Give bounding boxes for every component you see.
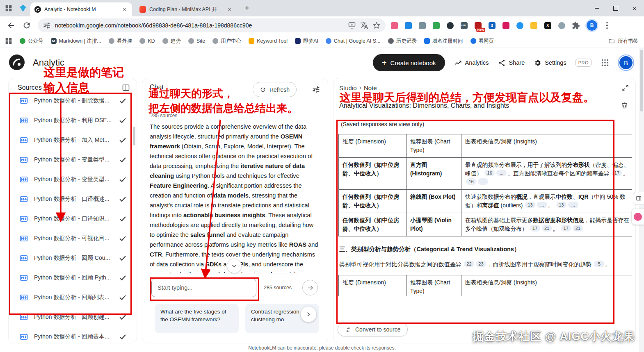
source-item[interactable]: Python 数据分析 - 删除数据... — [9, 96, 133, 111]
magenta-extension-icon[interactable] — [500, 20, 511, 31]
citation-chip[interactable]: 16 — [484, 170, 495, 176]
google-apps-icon[interactable] — [601, 58, 610, 67]
browser-menu-icon[interactable] — [605, 20, 610, 31]
all-bookmarks-button[interactable]: 所有书签 — [608, 38, 638, 45]
source-item[interactable]: Python 数据分析 - 回顾 Cou... — [9, 248, 133, 268]
source-checkbox-checked[interactable] — [119, 97, 127, 105]
breadcrumb-studio[interactable]: Studio — [339, 84, 357, 91]
maximize-window-button[interactable] — [606, 0, 625, 16]
bookmark-item[interactable]: 即梦AI — [295, 38, 318, 45]
bookmark-item[interactable]: 公众号 — [20, 38, 43, 45]
notebooklm-logo[interactable] — [9, 55, 25, 70]
source-item[interactable]: Python 数据分析 - 回顾基本... — [9, 327, 133, 342]
floating-extension-button[interactable] — [632, 209, 644, 225]
citation-chip[interactable]: 21 — [542, 225, 552, 232]
close-tab-icon[interactable]: × — [121, 6, 128, 13]
citation-chip[interactable]: 13 — [525, 202, 535, 208]
browser-side-panel-handle[interactable] — [633, 192, 644, 205]
citation-chip[interactable]: ... — [568, 202, 578, 208]
new-badge-extension-icon[interactable]: New — [473, 20, 483, 31]
bookmark-item[interactable]: Keyword Tool — [249, 38, 288, 44]
citation-chip[interactable]: 22 — [464, 261, 474, 267]
create-notebook-button[interactable]: + Create notebook — [373, 54, 445, 71]
yellow-shield-extension-icon[interactable] — [528, 20, 539, 31]
translate-icon[interactable] — [360, 21, 368, 30]
tab-analytic-notebooklm[interactable]: Analytic - NotebookLM × — [30, 2, 132, 16]
source-item[interactable]: Python 数据分析 - 回顾创建... — [9, 307, 133, 327]
citation-chip[interactable]: ... — [537, 202, 547, 208]
citation-chip[interactable]: 17 — [561, 225, 571, 232]
source-item[interactable]: Python 数据分析 - 加入 Met... — [9, 130, 133, 150]
citation-chip[interactable]: 23 — [476, 261, 486, 267]
source-item[interactable]: Python 数据分析 - 口译概述... — [9, 189, 133, 209]
scrollbar-thumb[interactable] — [640, 50, 643, 111]
source-checkbox-checked[interactable] — [119, 293, 127, 302]
green-grid-extension-icon[interactable] — [431, 20, 441, 31]
new-tab-button[interactable]: + — [241, 2, 253, 14]
bookmark-item[interactable]: 域名注册时间 — [424, 38, 463, 45]
chat-settings-icon[interactable] — [312, 85, 320, 94]
collapse-panel-icon[interactable] — [122, 84, 130, 92]
close-tab-icon[interactable]: × — [226, 6, 233, 13]
chat-input[interactable] — [151, 278, 256, 297]
pink-key-extension-icon[interactable] — [389, 20, 400, 31]
analytics-button[interactable]: Analytics — [454, 59, 489, 67]
citation-chip[interactable]: 17 — [530, 225, 540, 232]
dark-extension-icon[interactable] — [445, 20, 455, 31]
sources-scrollbar-thumb[interactable] — [133, 127, 135, 145]
bookmark-item[interactable]: 趋势 — [162, 38, 181, 45]
x-extension-icon[interactable]: X — [542, 20, 553, 31]
scroll-to-bottom-button[interactable] — [227, 259, 242, 273]
extensions-puzzle-icon[interactable] — [572, 21, 580, 30]
bookmark-item[interactable]: Chat | Google AI S... — [326, 38, 381, 44]
delete-note-icon[interactable] — [620, 101, 629, 109]
blue-extension-icon[interactable] — [403, 20, 413, 31]
source-checkbox-checked[interactable] — [119, 136, 127, 144]
bookmark-star-icon[interactable] — [372, 21, 381, 30]
source-item[interactable]: Python 数据分析 - 变量类型... — [9, 170, 133, 189]
bookmark-item[interactable]: 看网页 — [470, 38, 494, 45]
notebook-title[interactable]: Analytic — [33, 57, 64, 68]
link-extension-icon[interactable] — [417, 20, 427, 31]
tab-search-icon[interactable] — [5, 5, 12, 12]
next-suggestions-button[interactable] — [301, 307, 316, 322]
source-item[interactable]: Python 数据分析 - 变量类型... — [9, 150, 133, 170]
send-button[interactable] — [302, 280, 318, 295]
account-avatar[interactable]: B — [619, 55, 633, 70]
citation-chip[interactable]: 16 — [466, 178, 476, 185]
settings-button[interactable]: Settings — [534, 59, 566, 67]
source-item[interactable]: Python 数据分析 - 口译知识... — [9, 209, 133, 229]
source-item[interactable]: Python 数据分析 - 利用 OSE... — [9, 111, 133, 130]
gray-extension-icon[interactable] — [556, 20, 567, 31]
source-checkbox-checked[interactable] — [119, 254, 127, 262]
site-settings-icon[interactable] — [43, 21, 51, 30]
back-icon[interactable] — [7, 21, 16, 30]
suggestion-chip[interactable]: What are the five stages of the OSEMN fr… — [155, 304, 239, 333]
share-button[interactable]: Share — [498, 59, 525, 67]
close-window-button[interactable]: × — [625, 0, 644, 16]
bookmark-item[interactable]: 用户中心 — [212, 38, 241, 45]
source-item[interactable]: Python 数据分析 - 回顾 Pyth... — [9, 268, 133, 288]
source-item[interactable]: Python 数据分析 - 回顾列表... — [9, 288, 133, 307]
minimize-window-button[interactable] — [587, 0, 606, 16]
source-checkbox-checked[interactable] — [119, 234, 127, 243]
browser-profile-avatar[interactable]: B — [587, 20, 597, 31]
source-checkbox-checked[interactable] — [119, 333, 127, 341]
url-extension-icon[interactable]: URL — [459, 20, 469, 31]
bookmark-item[interactable]: KD — [139, 38, 155, 44]
refresh-button[interactable]: Refresh — [253, 82, 297, 97]
source-checkbox-checked[interactable] — [119, 215, 127, 223]
source-checkbox-checked[interactable] — [119, 175, 127, 184]
expand-icon[interactable] — [622, 84, 629, 91]
source-item[interactable]: Python 数据分析 - 可视化目... — [9, 229, 133, 248]
address-bar[interactable]: notebooklm.google.com/notebook/66d98838-… — [38, 18, 386, 32]
reload-icon[interactable] — [22, 21, 31, 30]
source-checkbox-checked[interactable] — [119, 274, 127, 282]
citation-chip[interactable]: 5 — [594, 261, 604, 267]
source-checkbox-checked[interactable] — [119, 156, 127, 164]
convert-to-source-button[interactable]: Convert to source — [338, 322, 408, 336]
bookmark-item[interactable]: MMarkdown | 注排... — [51, 38, 101, 45]
source-checkbox-checked[interactable] — [119, 313, 127, 321]
bookmark-item[interactable]: 历史记录 — [388, 38, 417, 45]
citation-chip[interactable]: 13 — [556, 202, 566, 208]
